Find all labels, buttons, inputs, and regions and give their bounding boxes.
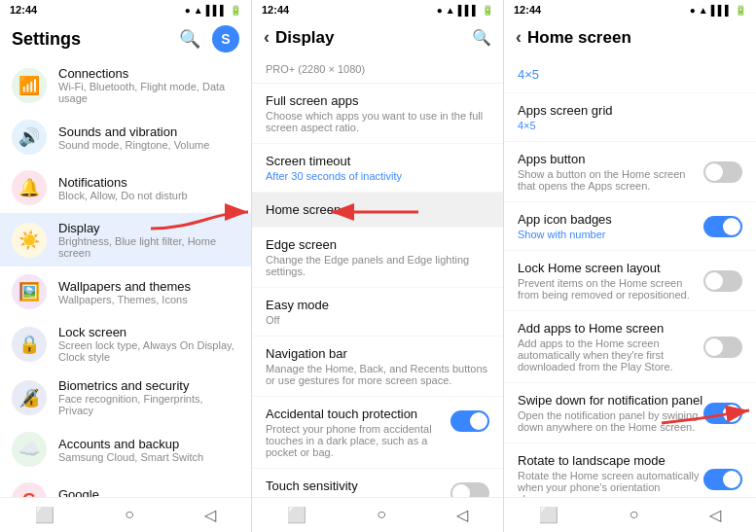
avatar[interactable]: S xyxy=(212,25,239,53)
time-1: 12:44 xyxy=(10,4,37,16)
settings-item-notifications[interactable]: 🔔 Notifications Block, Allow, Do not dis… xyxy=(0,162,251,213)
rotate-toggle[interactable] xyxy=(703,469,742,490)
home-item-lockhome[interactable]: Lock Home screen layout Prevent items on… xyxy=(504,251,756,311)
nav-back-3[interactable]: ◁ xyxy=(709,506,721,524)
homescreen-panel: 12:44 ● ▲ ▌▌▌ 🔋 ‹ Home screen 4×5 Apps s… xyxy=(504,0,756,532)
display-header: ‹ Display 🔍 xyxy=(252,19,503,55)
display-item-touch[interactable]: Touch sensitivity Increase the touch sen… xyxy=(252,469,503,497)
display-title: Display xyxy=(275,28,334,48)
home-settings-list: 4×5 Apps screen grid 4×5 Apps button Sho… xyxy=(504,55,756,497)
app-icons-toggle[interactable] xyxy=(703,216,742,237)
accidental-toggle[interactable] xyxy=(450,410,489,432)
status-icons-2: ● ▲ ▌▌▌ 🔋 xyxy=(437,5,493,16)
back-arrow-home[interactable]: ‹ xyxy=(516,27,522,48)
nav-bar-3: ⬜ ○ ◁ xyxy=(504,497,756,532)
display-item-timeout[interactable]: Screen timeout After 30 seconds of inact… xyxy=(252,144,503,193)
display-item-fullscreen[interactable]: Full screen apps Choose which apps you w… xyxy=(252,84,503,144)
display-item-accidental[interactable]: Accidental touch protection Protect your… xyxy=(252,397,503,469)
search-icon[interactable]: 🔍 xyxy=(179,28,200,50)
homescreen-header: ‹ Home screen xyxy=(504,19,756,55)
home-item-appsgrid[interactable]: Apps screen grid 4×5 xyxy=(504,93,756,142)
settings-item-google[interactable]: G Google Google settings xyxy=(0,475,251,497)
settings-list: 📶 Connections Wi-Fi, Bluetooth, Flight m… xyxy=(0,58,251,497)
homescreen-title: Home screen xyxy=(527,28,631,48)
google-icon: G xyxy=(12,482,47,497)
lock-icon: 🔒 xyxy=(12,327,47,362)
nav-home-2[interactable]: ○ xyxy=(377,506,386,524)
bio-icon: 🔏 xyxy=(12,380,47,415)
settings-title: Settings xyxy=(12,29,81,50)
nav-back[interactable]: ◁ xyxy=(204,506,216,524)
nav-home[interactable]: ○ xyxy=(125,506,134,524)
display-list: PRO+ (2280 × 1080) Full screen apps Choo… xyxy=(252,55,503,497)
search-icon-display[interactable]: 🔍 xyxy=(472,28,491,47)
nav-back-2[interactable]: ◁ xyxy=(456,506,468,524)
sound-icon: 🔊 xyxy=(12,120,47,155)
home-item-topgrid[interactable]: 4×5 xyxy=(504,55,756,93)
display-panel: 12:44 ● ▲ ▌▌▌ 🔋 ‹ Display 🔍 PRO+ (2280 ×… xyxy=(252,0,504,532)
back-arrow-display[interactable]: ‹ xyxy=(264,27,270,48)
nav-recent-3[interactable]: ⬜ xyxy=(539,506,558,524)
display-item-edge[interactable]: Edge screen Change the Edge panels and E… xyxy=(252,228,503,288)
status-icons-1: ● ▲ ▌▌▌ 🔋 xyxy=(185,5,241,16)
settings-item-biometrics[interactable]: 🔏 Biometrics and security Face recogniti… xyxy=(0,371,251,424)
header-actions: 🔍 S xyxy=(179,25,239,53)
lock-home-toggle[interactable] xyxy=(703,270,742,292)
home-item-addapps[interactable]: Add apps to Home screen Add apps to the … xyxy=(504,311,756,383)
add-apps-toggle[interactable] xyxy=(703,337,742,358)
settings-header: Settings 🔍 S xyxy=(0,19,251,58)
notif-icon: 🔔 xyxy=(12,170,47,205)
status-bar-1: 12:44 ● ▲ ▌▌▌ 🔋 xyxy=(0,0,251,19)
settings-item-lock[interactable]: 🔒 Lock screen Screen lock type, Always O… xyxy=(0,317,251,371)
wallpaper-icon: 🖼️ xyxy=(12,274,47,309)
status-bar-3: 12:44 ● ▲ ▌▌▌ 🔋 xyxy=(504,0,756,19)
time-2: 12:44 xyxy=(262,4,289,16)
nav-home-3[interactable]: ○ xyxy=(630,506,639,524)
nav-bar-1: ⬜ ○ ◁ xyxy=(0,497,251,532)
nav-recent-2[interactable]: ⬜ xyxy=(287,506,306,524)
home-item-swipedown[interactable]: Swipe down for notification panel Open t… xyxy=(504,383,756,443)
accounts-icon: ☁️ xyxy=(12,432,47,467)
home-item-appsbutton[interactable]: Apps button Show a button on the Home sc… xyxy=(504,142,756,202)
home-item-rotate[interactable]: Rotate to landscape mode Rotate the Home… xyxy=(504,443,756,497)
settings-item-display[interactable]: ☀️ Display Brightness, Blue light filter… xyxy=(0,213,251,266)
status-bar-2: 12:44 ● ▲ ▌▌▌ 🔋 xyxy=(252,0,503,19)
time-3: 12:44 xyxy=(514,4,541,16)
display-icon: ☀️ xyxy=(12,223,47,258)
display-item-homescreen[interactable]: Home screen xyxy=(252,193,503,228)
display-item-easymode[interactable]: Easy mode Off xyxy=(252,288,503,337)
wifi-icon: 📶 xyxy=(12,68,47,103)
settings-panel: 12:44 ● ▲ ▌▌▌ 🔋 Settings 🔍 S 📶 Connectio… xyxy=(0,0,252,532)
home-item-appicons[interactable]: App icon badges Show with number xyxy=(504,202,756,251)
apps-button-toggle[interactable] xyxy=(703,161,742,183)
swipe-toggle[interactable] xyxy=(703,403,742,424)
status-icons-3: ● ▲ ▌▌▌ 🔋 xyxy=(690,5,746,16)
settings-item-accounts[interactable]: ☁️ Accounts and backup Samsung Cloud, Sm… xyxy=(0,424,251,475)
nav-recent[interactable]: ⬜ xyxy=(35,506,54,524)
settings-item-wallpapers[interactable]: 🖼️ Wallpapers and themes Wallpapers, The… xyxy=(0,266,251,317)
display-item-navbar[interactable]: Navigation bar Manage the Home, Back, an… xyxy=(252,337,503,397)
settings-item-connections[interactable]: 📶 Connections Wi-Fi, Bluetooth, Flight m… xyxy=(0,58,251,112)
nav-bar-2: ⬜ ○ ◁ xyxy=(252,497,503,532)
touch-toggle[interactable] xyxy=(450,482,489,497)
settings-item-sounds[interactable]: 🔊 Sounds and vibration Sound mode, Ringt… xyxy=(0,112,251,162)
resolution-info: PRO+ (2280 × 1080) xyxy=(252,55,503,84)
